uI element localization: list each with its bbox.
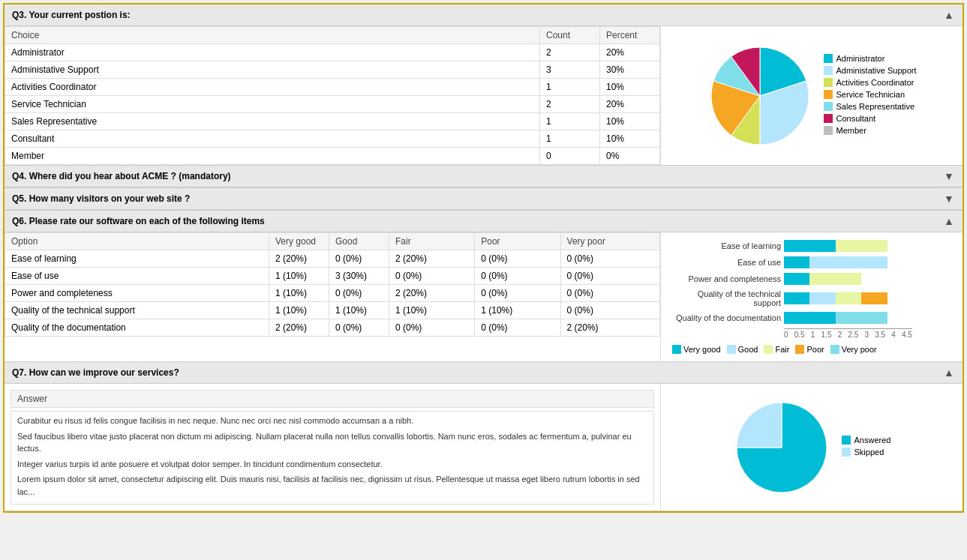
choice-cell: Activities Coordinator [5,79,540,96]
bar-segments [784,312,912,324]
skipped-label: Skipped [854,448,884,457]
f-cell: 2 (20%) [389,285,474,302]
q7-answer-text: Curabitur eu risus id felis congue facil… [11,411,654,505]
legend-color-box [824,126,833,135]
option-cell: Power and completeness [5,285,269,302]
bar-segment [784,292,809,304]
legend-item: Service Technician [824,90,917,99]
legend-label: Sales Representative [836,102,915,111]
legend-label: Poor [806,345,824,354]
bar-segment [784,312,836,324]
legend-label: Member [836,126,866,135]
axis-label: 2 [838,331,842,339]
bar-row: Quality of the technical support [672,289,912,307]
bar-segments [784,240,912,252]
bar-legend-item: Poor [795,345,824,354]
q6-col-g: Good [329,233,389,250]
axis-label: 4.5 [902,331,912,339]
q5-header: Q5. How many visitors on your web site ?… [5,188,962,210]
vp-cell: 0 (0%) [560,268,659,285]
choice-cell: Administative Support [5,61,540,79]
choice-cell: Member [5,148,540,165]
axis-label: 1 [811,331,815,339]
answer-paragraph: Integer varius turpis id ante posuere et… [17,458,647,471]
table-row: Service Technician220% [5,96,660,113]
vp-cell: 0 (0%) [560,302,659,319]
percent-cell: 10% [600,130,660,148]
q3-col-count: Count [540,27,600,44]
answer-paragraph: Sed faucibus libero vitae justo placerat… [17,430,647,455]
legend-item: Member [824,126,917,135]
bar-legend-item: Very poor [830,345,877,354]
q3-collapse-btn[interactable]: ▲ [943,9,955,21]
bar-label: Ease of learning [672,241,781,250]
legend-label: Very good [683,345,721,354]
option-cell: Ease of use [5,268,269,285]
legend-color-box [824,54,833,63]
choice-cell: Administrator [5,44,540,61]
axis-label: 3.5 [875,331,885,339]
g-cell: 1 (10%) [329,302,389,319]
q7-pie-container: Answered Skipped [733,399,891,496]
axis-label: 2.5 [848,331,858,339]
axis-label: 3 [864,331,869,339]
legend-label: Activities Coordinator [836,78,914,87]
bar-segment [784,256,809,268]
survey-results: Q3. Your current postion is: ▲ Choice Co… [3,3,964,513]
legend-label: Very poor [842,345,877,354]
choice-cell: Service Technician [5,96,540,113]
choice-cell: Sales Representative [5,113,540,130]
count-cell: 1 [540,113,600,130]
answer-paragraph: Curabitur eu risus id felis congue facil… [17,415,647,427]
table-row: Ease of use1 (10%)3 (30%)0 (0%)0 (0%)0 (… [5,268,660,285]
percent-cell: 20% [600,96,660,113]
q6-collapse-btn[interactable]: ▲ [943,215,955,227]
q4-title: Q4. Where did you hear about ACME ? (man… [12,171,231,181]
skipped-color-box [842,448,851,457]
bar-segment [836,292,861,304]
bar-chart-legend: Very goodGoodFairPoorVery poor [672,345,912,354]
legend-item: Administrator [824,54,917,63]
g-cell: 0 (0%) [329,285,389,302]
table-row: Member00% [5,148,660,165]
legend-color-box [824,114,833,123]
g-cell: 3 (30%) [329,268,389,285]
q7-answer-header: Answer [11,390,654,408]
bar-row: Quality of the documentation [672,312,912,324]
q5-collapse-btn[interactable]: ▼ [943,193,955,205]
legend-label: Service Technician [836,90,905,99]
answered-label: Answered [854,436,891,445]
table-row: Consultant110% [5,130,660,148]
bar-segment [809,256,887,268]
bar-label: Ease of use [672,258,781,267]
table-row: Sales Representative110% [5,113,660,130]
q7-section: Q7. How can we improve our services? ▲ A… [5,362,962,511]
bar-segments [784,292,912,304]
q3-pie-container: AdministratorAdministative SupportActivi… [707,43,917,148]
vp-cell: 2 (20%) [560,319,659,337]
q6-col-p: Poor [475,233,560,250]
bar-segment [836,312,887,324]
vg-cell: 1 (10%) [269,302,329,319]
f-cell: 2 (20%) [389,250,474,268]
count-cell: 2 [540,96,600,113]
q4-collapse-btn[interactable]: ▼ [943,170,955,182]
q3-legend: AdministratorAdministative SupportActivi… [824,54,917,138]
g-cell: 0 (0%) [329,250,389,268]
count-cell: 0 [540,148,600,165]
legend-color-box [824,90,833,99]
percent-cell: 30% [600,61,660,79]
count-cell: 1 [540,130,600,148]
legend-label: Fair [775,345,789,354]
legend-color-box [672,345,681,354]
q7-content: Answer Curabitur eu risus id felis congu… [5,384,962,511]
q7-collapse-btn[interactable]: ▲ [943,367,955,379]
answer-paragraph: Lorem ipsum dolor sit amet, consectetur … [17,473,647,498]
q7-header: Q7. How can we improve our services? ▲ [5,362,962,384]
g-cell: 0 (0%) [329,319,389,337]
bar-row: Power and completeness [672,273,912,285]
q7-legend: Answered Skipped [842,436,891,460]
q6-col-vg: Very good [269,233,329,250]
legend-color-box [824,102,833,111]
q6-bar-chart: Ease of learningEase of usePower and com… [672,240,912,354]
